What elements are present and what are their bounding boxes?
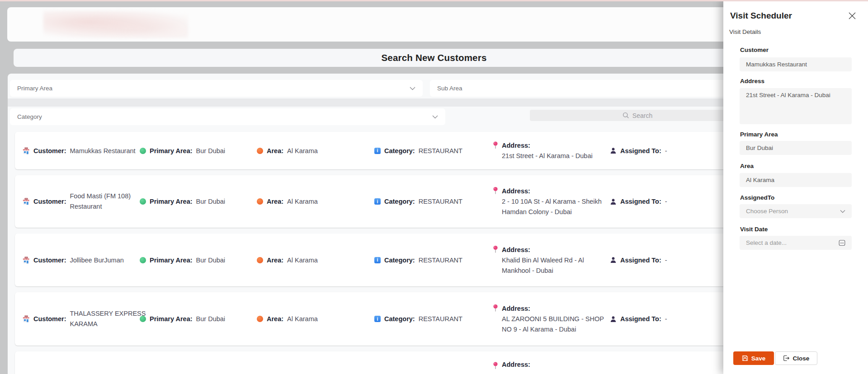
person-icon <box>610 147 617 154</box>
area-value: Al Karama <box>287 257 318 264</box>
primary-area-field-value: Bur Dubai <box>746 145 773 151</box>
orange-dot-icon <box>257 198 263 205</box>
search-placeholder: Search <box>632 112 652 119</box>
storefront-icon <box>23 257 30 264</box>
primary-area-value: Bur Dubai <box>196 315 225 323</box>
info-icon: i <box>374 257 381 263</box>
page-title: Search New Customers <box>381 52 486 63</box>
person-icon <box>610 198 617 205</box>
assigned-to-label: Assigned To: <box>620 198 661 205</box>
customer-field[interactable]: Mamukkas Restaurant <box>740 57 852 71</box>
customer-label: Customer: <box>33 315 66 323</box>
orange-dot-icon <box>257 257 263 263</box>
chevron-down-icon <box>432 115 438 119</box>
green-dot-icon <box>140 148 146 154</box>
search-input[interactable]: Search <box>530 110 745 121</box>
calendar-icon <box>839 239 845 246</box>
area-value: Al Karama <box>287 147 318 154</box>
assigned-to-value: - <box>665 147 667 154</box>
address-value: 2 - 10 10A St - Al Karama - Sheikh Hamda… <box>502 196 609 217</box>
assigned-to-label: Assigned To: <box>620 315 661 323</box>
customer-name: Mamukkas Restaurant <box>70 147 136 154</box>
area-label: Area: <box>267 315 283 323</box>
category-select[interactable]: Category <box>10 108 445 125</box>
window-top-strip <box>0 0 868 1</box>
close-icon[interactable] <box>848 12 856 20</box>
chevron-down-icon <box>840 210 845 213</box>
primary-area-label: Primary Area: <box>150 198 193 205</box>
orange-dot-icon <box>257 148 263 154</box>
storefront-icon <box>23 315 30 323</box>
primary-area-field-label: Primary Area <box>740 131 778 138</box>
save-button-label: Save <box>751 355 766 362</box>
person-icon <box>610 316 617 323</box>
close-button[interactable]: Close <box>775 351 817 365</box>
green-dot-icon <box>140 316 146 322</box>
address-label: Address: <box>502 246 530 253</box>
green-dot-icon <box>140 257 146 263</box>
customer-field-value: Mamukkas Restaurant <box>746 61 807 68</box>
area-value: Al Karama <box>287 315 318 323</box>
person-icon <box>610 257 617 263</box>
area-label: Area: <box>267 257 283 264</box>
primary-area-value: Bur Dubai <box>196 147 225 154</box>
storefront-icon <box>23 198 30 205</box>
address-value: AL ZAROONI 5 BUILDING - SHOP NO 9 - Al K… <box>502 314 609 335</box>
green-dot-icon <box>140 198 146 205</box>
map-pin-icon <box>493 141 498 149</box>
category-label: Category: <box>384 315 415 323</box>
assigned-to-placeholder: Choose Person <box>746 208 788 215</box>
search-icon <box>623 112 629 119</box>
close-button-label: Close <box>793 355 810 362</box>
customer-name: Food Masti (FM 108) Restaurant <box>70 191 148 212</box>
assigned-to-select[interactable]: Choose Person <box>740 204 852 218</box>
visit-date-picker[interactable]: Select a date... <box>740 236 852 250</box>
area-label: Area: <box>267 198 283 205</box>
category-label: Category: <box>384 198 415 205</box>
area-field-label: Area <box>740 163 754 169</box>
category-value: RESTAURANT <box>419 315 462 323</box>
assigned-to-field-label: AssignedTo <box>740 194 774 201</box>
panel-title: Visit Scheduler <box>730 11 792 21</box>
visit-date-placeholder: Select a date... <box>746 239 787 246</box>
customer-name: Jollibee BurJuman <box>70 257 124 264</box>
save-button[interactable]: Save <box>733 351 774 365</box>
exit-icon <box>783 355 790 361</box>
info-icon: i <box>374 148 381 154</box>
primary-area-label: Primary Area: <box>150 257 193 264</box>
address-field-value: 21st Street - Al Karama - Dubai <box>746 92 830 98</box>
address-label: Address: <box>502 361 530 368</box>
app-window: Search New Customers Primary Area Sub Ar… <box>0 0 868 374</box>
area-field[interactable]: Al Karama <box>740 173 852 187</box>
customer-field-label: Customer <box>740 47 769 53</box>
address-field-label: Address <box>740 78 764 84</box>
category-value: RESTAURANT <box>419 257 462 264</box>
address-label: Address: <box>502 187 530 195</box>
visit-scheduler-panel: Visit Scheduler Visit Details Customer M… <box>723 0 868 374</box>
primary-area-field[interactable]: Bur Dubai <box>740 141 852 155</box>
assigned-to-value: - <box>665 257 667 264</box>
area-field-value: Al Karama <box>746 177 774 183</box>
assigned-to-value: - <box>665 198 667 205</box>
map-pin-icon <box>493 304 498 312</box>
area-label: Area: <box>267 147 283 154</box>
save-icon <box>742 355 748 361</box>
category-label: Category: <box>384 257 415 264</box>
panel-section-label: Visit Details <box>729 28 761 35</box>
primary-area-select[interactable]: Primary Area <box>10 80 423 97</box>
sub-area-select-placeholder: Sub Area <box>437 85 462 92</box>
category-value: RESTAURANT <box>419 198 462 205</box>
faded-logo <box>43 11 188 38</box>
area-value: Al Karama <box>287 198 318 205</box>
address-field[interactable]: 21st Street - Al Karama - Dubai <box>740 88 852 124</box>
category-label: Category: <box>384 147 415 154</box>
primary-area-value: Bur Dubai <box>196 198 225 205</box>
address-label: Address: <box>502 142 530 149</box>
customer-name: THALASSERY EXPRESS KARAMA <box>70 309 148 329</box>
primary-area-label: Primary Area: <box>150 315 193 323</box>
category-value: RESTAURANT <box>419 147 462 154</box>
customer-label: Customer: <box>33 257 66 264</box>
map-pin-icon <box>493 362 498 369</box>
map-pin-icon <box>493 245 498 253</box>
primary-area-label: Primary Area: <box>150 147 193 154</box>
